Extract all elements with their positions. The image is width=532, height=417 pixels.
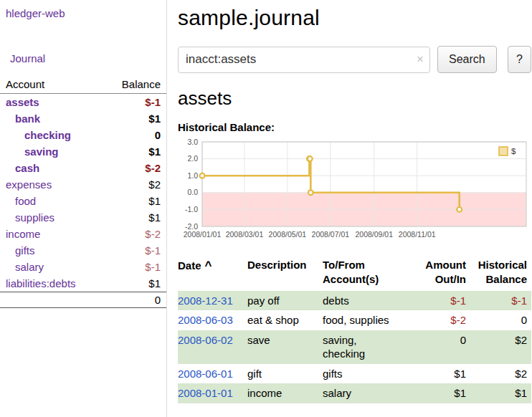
transaction-description: gift — [247, 364, 323, 384]
account-name-cell: bank — [0, 110, 100, 127]
register-table: Date^ Description To/FromAccount(s) Amou… — [178, 257, 531, 403]
page-title: sample.journal — [178, 6, 531, 30]
account-name-cell: liabilities:debts — [0, 275, 100, 292]
account-balance: $2 — [100, 176, 166, 193]
legend-label: $ — [511, 147, 516, 155]
account-name-cell: gifts — [0, 242, 100, 259]
help-button[interactable]: ? — [508, 46, 531, 73]
transaction-description: save — [247, 330, 323, 364]
transaction-balance: $2 — [470, 330, 531, 364]
account-balance: $1 — [100, 110, 166, 127]
transaction-date-link[interactable]: 2008-01-01 — [178, 387, 233, 399]
account-row: expenses$2 — [0, 176, 166, 193]
account-balance: $-2 — [100, 226, 166, 242]
app-title-link[interactable]: hledger-web — [6, 7, 65, 19]
col-date[interactable]: Date^ — [178, 257, 247, 291]
transaction-accounts: saving, checking — [323, 330, 422, 364]
register-row: 2008-06-02savesaving, checking0$2 — [178, 330, 531, 364]
account-row: checking0 — [0, 127, 166, 143]
transaction-amount: $1 — [422, 364, 470, 384]
transaction-date-cell: 2008-12-31 — [178, 291, 247, 311]
transaction-amount: $1 — [422, 383, 470, 403]
register-row: 2008-01-01incomesalary$1$1 — [178, 383, 531, 403]
data-point-marker — [457, 207, 462, 212]
clear-search-icon[interactable]: × — [417, 52, 424, 67]
account-balance: $1 — [100, 143, 166, 160]
transaction-date-cell: 2008-01-01 — [178, 383, 247, 403]
svg-text:1.0: 1.0 — [187, 171, 198, 180]
transaction-description: eat & shop — [247, 310, 323, 330]
search-input-wrap: × — [178, 47, 430, 73]
transaction-date-link[interactable]: 2008-06-02 — [178, 334, 233, 346]
svg-text:0.0: 0.0 — [187, 188, 198, 196]
register-row: 2008-06-01giftgifts$1$2 — [178, 364, 531, 384]
account-link[interactable]: assets — [6, 96, 39, 108]
hledger-web-app: hledger-web Journal Account Balance asse… — [0, 0, 532, 417]
sidebar: hledger-web Journal Account Balance asse… — [0, 0, 167, 417]
account-link[interactable]: liabilities:debts — [6, 277, 76, 289]
account-row: supplies$1 — [0, 209, 166, 226]
journal-link[interactable]: Journal — [10, 52, 45, 64]
transaction-amount: $-1 — [422, 291, 470, 311]
accounts-header-account: Account — [0, 76, 100, 94]
journal-nav: Journal — [0, 52, 166, 64]
account-row: income$-2 — [0, 226, 166, 242]
svg-text:2.0: 2.0 — [187, 154, 198, 163]
account-name-cell: income — [0, 226, 100, 242]
data-point-marker — [308, 190, 313, 195]
transaction-accounts: debts — [323, 291, 422, 311]
chart-title: Historical Balance: — [178, 121, 531, 133]
col-amount: AmountOut/In — [422, 257, 470, 291]
transaction-accounts: food, supplies — [323, 310, 422, 330]
svg-text:2008/07/01: 2008/07/01 — [312, 230, 350, 239]
account-row: liabilities:debts$1 — [0, 275, 166, 292]
account-link[interactable]: bank — [15, 112, 40, 125]
chart-svg: 3.02.01.00.0-1.0-2.02008/01/012008/03/01… — [178, 138, 531, 242]
main-content: sample.journal × Search ? assets Histori… — [167, 0, 532, 417]
transaction-amount: 0 — [422, 330, 470, 364]
account-link[interactable]: salary — [15, 261, 44, 273]
account-name-cell: food — [0, 193, 100, 209]
account-row: salary$-1 — [0, 259, 166, 275]
transaction-date-link[interactable]: 2008-12-31 — [178, 294, 233, 307]
account-balance: $1 — [100, 209, 166, 226]
search-bar: × Search ? — [178, 46, 531, 73]
account-link[interactable]: checking — [24, 129, 71, 141]
register-row: 2008-12-31pay offdebts$-1$-1 — [178, 291, 531, 311]
transaction-date-link[interactable]: 2008-06-03 — [178, 314, 233, 326]
col-accounts: To/FromAccount(s) — [323, 257, 422, 291]
accounts-table: Account Balance assets$-1bank$1checking0… — [0, 76, 166, 308]
account-link[interactable]: cash — [15, 162, 39, 174]
account-link[interactable]: saving — [24, 145, 59, 158]
account-name-cell: supplies — [0, 209, 100, 226]
account-name-cell: assets — [0, 94, 100, 111]
register-body: 2008-12-31pay offdebts$-1$-12008-06-03ea… — [178, 291, 531, 403]
svg-text:2008/11/01: 2008/11/01 — [399, 230, 436, 239]
accounts-total-spacer — [0, 292, 100, 308]
account-balance: 0 — [100, 127, 166, 143]
account-link[interactable]: expenses — [6, 178, 52, 191]
account-name-cell: salary — [0, 259, 100, 275]
register-row: 2008-06-03eat & shopfood, supplies$-20 — [178, 310, 531, 330]
accounts-body: assets$-1bank$1checking0saving$1cash$-2e… — [0, 94, 166, 292]
account-balance: $-1 — [100, 242, 166, 259]
transaction-date-cell: 2008-06-02 — [178, 330, 247, 364]
transaction-description: income — [247, 383, 323, 403]
col-balance: HistoricalBalance — [470, 257, 531, 291]
transaction-date-cell: 2008-06-03 — [178, 310, 247, 330]
search-input[interactable] — [178, 47, 430, 73]
account-link[interactable]: income — [6, 228, 40, 240]
transaction-date-link[interactable]: 2008-06-01 — [178, 368, 233, 380]
search-button[interactable]: Search — [437, 46, 497, 73]
accounts-header-row: Account Balance — [0, 76, 166, 94]
legend-swatch — [499, 147, 508, 155]
account-link[interactable]: supplies — [15, 211, 54, 224]
register-header-row: Date^ Description To/FromAccount(s) Amou… — [178, 257, 531, 291]
col-date-label: Date — [178, 259, 201, 272]
account-link[interactable]: gifts — [15, 244, 35, 257]
accounts-total-value: 0 — [100, 292, 166, 308]
account-balance: $-1 — [100, 259, 166, 275]
account-link[interactable]: food — [15, 195, 36, 207]
app-title: hledger-web — [0, 6, 166, 21]
data-point-marker — [200, 173, 205, 178]
